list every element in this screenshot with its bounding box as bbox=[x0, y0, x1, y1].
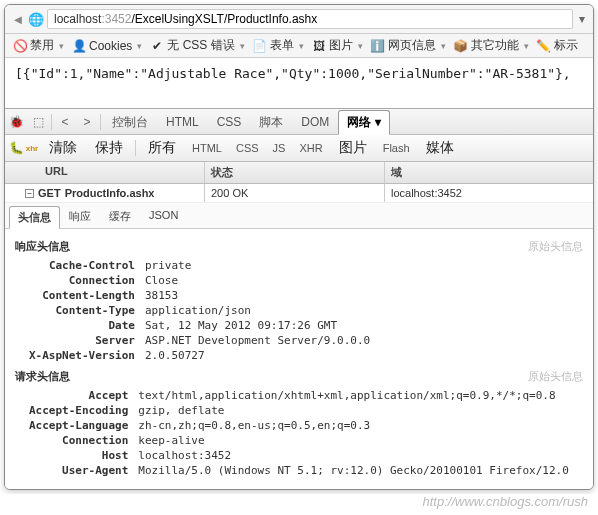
tab-network[interactable]: 网络 ▾ bbox=[338, 110, 389, 135]
collapse-icon[interactable]: − bbox=[25, 189, 34, 198]
header-value: application/json bbox=[141, 303, 374, 318]
bug-small-icon: 🐛 bbox=[9, 141, 23, 155]
header-value: 2.0.50727 bbox=[141, 348, 374, 363]
tab-headers[interactable]: 头信息 bbox=[9, 206, 60, 229]
header-key: Host bbox=[23, 448, 134, 463]
disable-menu[interactable]: 🚫禁用 bbox=[11, 37, 66, 54]
cookies-menu[interactable]: 👤Cookies bbox=[70, 39, 144, 53]
header-value: Mozilla/5.0 (Windows NT 5.1; rv:12.0) Ge… bbox=[134, 463, 572, 478]
css-menu[interactable]: ✔无 CSS 错误 bbox=[148, 37, 246, 54]
header-row: DateSat, 12 May 2012 09:17:26 GMT bbox=[23, 318, 374, 333]
inspect-icon[interactable]: ⬚ bbox=[27, 111, 49, 133]
header-value: 38153 bbox=[141, 288, 374, 303]
request-headers-table: Accepttext/html,application/xhtml+xml,ap… bbox=[23, 388, 573, 478]
info-icon: ℹ️ bbox=[371, 39, 385, 53]
header-key: Connection bbox=[23, 433, 134, 448]
filter-xhr[interactable]: XHR bbox=[293, 140, 328, 156]
header-value: private bbox=[141, 258, 374, 273]
css-icon: ✔ bbox=[150, 39, 164, 53]
header-key: Content-Type bbox=[23, 303, 141, 318]
request-status: 200 OK bbox=[205, 184, 385, 202]
col-status[interactable]: 状态 bbox=[205, 162, 385, 183]
webdev-toolbar: 🚫禁用 👤Cookies ✔无 CSS 错误 📄表单 🖼图片 ℹ️网页信息 📦其… bbox=[5, 34, 593, 58]
header-value: text/html,application/xhtml+xml,applicat… bbox=[134, 388, 572, 403]
misc-icon: 📦 bbox=[454, 39, 468, 53]
tab-css[interactable]: CSS bbox=[208, 111, 251, 132]
header-row: Content-Typeapplication/json bbox=[23, 303, 374, 318]
header-key: Server bbox=[23, 333, 141, 348]
filter-images[interactable]: 图片 bbox=[331, 137, 375, 159]
header-row: Content-Length38153 bbox=[23, 288, 374, 303]
tab-console[interactable]: 控制台 bbox=[103, 110, 157, 134]
network-columns: URL 状态 域 bbox=[5, 162, 593, 184]
request-detail-tabs: 头信息 响应 缓存 JSON bbox=[5, 203, 593, 229]
request-method: GET bbox=[38, 187, 61, 199]
header-key: Connection bbox=[23, 273, 141, 288]
tab-cache[interactable]: 缓存 bbox=[100, 205, 140, 228]
header-key: Accept-Language bbox=[23, 418, 134, 433]
tab-json[interactable]: JSON bbox=[140, 205, 187, 228]
dropdown-icon[interactable]: ▾ bbox=[577, 12, 587, 26]
header-row: Connectionkeep-alive bbox=[23, 433, 573, 448]
url-input[interactable]: localhost:3452/ExcelUsingXSLT/ProductInf… bbox=[47, 9, 573, 29]
fwd-step-icon[interactable]: > bbox=[76, 111, 98, 133]
header-row: Cache-Controlprivate bbox=[23, 258, 374, 273]
header-value: localhost:3452 bbox=[134, 448, 572, 463]
info-menu[interactable]: ℹ️网页信息 bbox=[369, 37, 448, 54]
firebug-icon[interactable]: 🐞 bbox=[5, 111, 27, 133]
header-key: User-Agent bbox=[23, 463, 134, 478]
forms-menu[interactable]: 📄表单 bbox=[251, 37, 306, 54]
header-value: zh-cn,zh;q=0.8,en-us;q=0.5,en;q=0.3 bbox=[134, 418, 572, 433]
image-icon: 🖼 bbox=[312, 39, 326, 53]
response-headers-title: 响应头信息原始头信息 bbox=[15, 239, 583, 254]
header-row: Accepttext/html,application/xhtml+xml,ap… bbox=[23, 388, 573, 403]
filter-flash[interactable]: Flash bbox=[377, 140, 416, 156]
header-value: keep-alive bbox=[134, 433, 572, 448]
network-filter-bar: 🐛 xhr 清除 保持 所有 HTML CSS JS XHR 图片 Flash … bbox=[5, 135, 593, 162]
col-url[interactable]: URL bbox=[5, 162, 205, 183]
request-headers-title: 请求头信息原始头信息 bbox=[15, 369, 583, 384]
clear-button[interactable]: 清除 bbox=[41, 137, 85, 159]
pencil-icon: ✏️ bbox=[537, 39, 551, 53]
filter-html[interactable]: HTML bbox=[186, 140, 228, 156]
forbid-icon: 🚫 bbox=[13, 39, 27, 53]
header-key: Cache-Control bbox=[23, 258, 141, 273]
response-headers-table: Cache-ControlprivateConnectionCloseConte… bbox=[23, 258, 374, 363]
misc-menu[interactable]: 📦其它功能 bbox=[452, 37, 531, 54]
header-key: Accept bbox=[23, 388, 134, 403]
raw-link[interactable]: 原始头信息 bbox=[528, 369, 583, 384]
images-menu[interactable]: 🖼图片 bbox=[310, 37, 365, 54]
tab-script[interactable]: 脚本 bbox=[250, 110, 292, 134]
network-request-row[interactable]: − GET ProductInfo.ashx 200 OK localhost:… bbox=[5, 184, 593, 203]
mark-menu[interactable]: ✏️标示 bbox=[535, 37, 580, 54]
tab-html[interactable]: HTML bbox=[157, 111, 208, 132]
back-icon[interactable]: ◄ bbox=[11, 12, 25, 26]
header-key: Date bbox=[23, 318, 141, 333]
col-domain[interactable]: 域 bbox=[385, 162, 593, 183]
persist-button[interactable]: 保持 bbox=[87, 137, 131, 159]
header-key: Accept-Encoding bbox=[23, 403, 134, 418]
raw-link[interactable]: 原始头信息 bbox=[528, 239, 583, 254]
header-row: Accept-Languagezh-cn,zh;q=0.8,en-us;q=0.… bbox=[23, 418, 573, 433]
request-domain: localhost:3452 bbox=[385, 184, 593, 202]
filter-js[interactable]: JS bbox=[267, 140, 292, 156]
filter-css[interactable]: CSS bbox=[230, 140, 265, 156]
request-file: ProductInfo.ashx bbox=[65, 187, 155, 199]
filter-all[interactable]: 所有 bbox=[140, 137, 184, 159]
header-row: User-AgentMozilla/5.0 (Windows NT 5.1; r… bbox=[23, 463, 573, 478]
tab-response[interactable]: 响应 bbox=[60, 205, 100, 228]
header-value: Close bbox=[141, 273, 374, 288]
devtools-tabs: 🐞 ⬚ < > 控制台 HTML CSS 脚本 DOM 网络 ▾ bbox=[5, 109, 593, 135]
globe-icon: 🌐 bbox=[29, 12, 43, 26]
back-step-icon[interactable]: < bbox=[54, 111, 76, 133]
filter-media[interactable]: 媒体 bbox=[418, 137, 462, 159]
page-content: [{"Id":1,"Name":"Adjustable Race","Qty":… bbox=[5, 58, 593, 108]
form-icon: 📄 bbox=[253, 39, 267, 53]
header-key: Content-Length bbox=[23, 288, 141, 303]
tab-dom[interactable]: DOM bbox=[292, 111, 338, 132]
devtools-panel: 🐞 ⬚ < > 控制台 HTML CSS 脚本 DOM 网络 ▾ 🐛 xhr 清… bbox=[5, 108, 593, 489]
header-row: ServerASP.NET Development Server/9.0.0.0 bbox=[23, 333, 374, 348]
header-value: Sat, 12 May 2012 09:17:26 GMT bbox=[141, 318, 374, 333]
headers-panel: 响应头信息原始头信息 Cache-ControlprivateConnectio… bbox=[5, 229, 593, 489]
address-bar: ◄ 🌐 localhost:3452/ExcelUsingXSLT/Produc… bbox=[5, 5, 593, 34]
